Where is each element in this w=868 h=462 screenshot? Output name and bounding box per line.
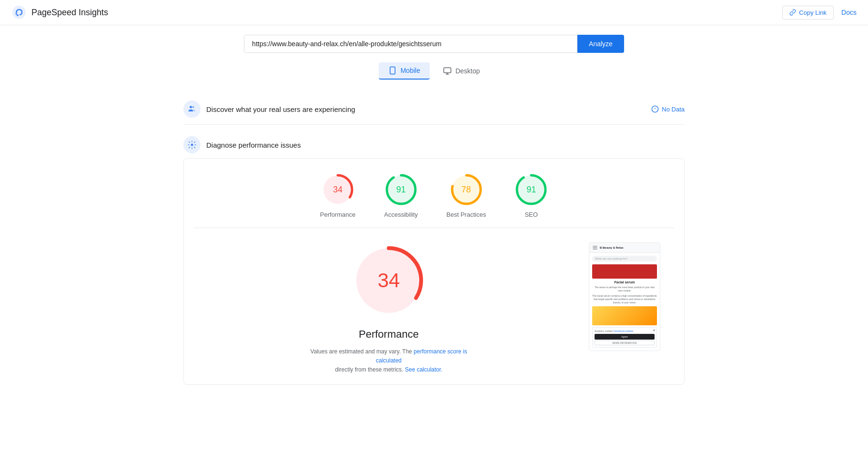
- main-content: Analyze Mobile Desktop: [172, 25, 696, 394]
- performance-detail: 34 Performance Values are estimated and …: [203, 242, 575, 375]
- scores-card: 34 Performance 91 Accessibility: [183, 158, 685, 385]
- seo-score: 91: [526, 185, 536, 195]
- seo-circle: 91: [515, 173, 548, 206]
- score-accessibility[interactable]: 91 Accessibility: [384, 173, 418, 218]
- accessibility-circle: 91: [384, 173, 418, 206]
- mockup-agree-button[interactable]: Agree: [595, 334, 655, 340]
- analyze-button[interactable]: Analyze: [577, 35, 624, 53]
- svg-rect-4: [444, 68, 451, 73]
- performance-score: 34: [333, 185, 343, 195]
- seo-label: SEO: [525, 211, 537, 218]
- discover-title: Discover what your real users are experi…: [206, 105, 355, 113]
- site-screenshot: B Beauty & Relax What are you looking fo…: [589, 242, 660, 351]
- url-input[interactable]: [244, 35, 577, 53]
- tab-mobile[interactable]: Mobile: [379, 62, 430, 80]
- app-title: PageSpeed Insights: [31, 8, 108, 18]
- mockup-search-text: What are you looking for?: [595, 257, 627, 260]
- mockup-product-title: Facial serum: [592, 281, 657, 284]
- svg-point-0: [12, 6, 26, 19]
- diagnose-icon: [183, 136, 201, 153]
- mockup-search-bar: What are you looking for?: [592, 256, 657, 261]
- svg-point-12: [191, 144, 193, 146]
- score-performance[interactable]: 34 Performance: [320, 173, 355, 218]
- tab-mobile-label: Mobile: [401, 67, 420, 74]
- mockup-close-icon: ✕: [653, 329, 656, 332]
- users-icon: [187, 104, 197, 114]
- header-right: Copy Link Docs: [782, 6, 857, 20]
- no-data-label: No Data: [662, 106, 685, 113]
- best-practices-score: 78: [462, 185, 471, 195]
- discover-icon: [183, 100, 201, 118]
- screenshot-panel: B Beauty & Relax What are you looking fo…: [589, 242, 665, 375]
- tab-desktop-label: Desktop: [455, 67, 480, 75]
- desktop-icon: [443, 67, 452, 75]
- score-best-practices[interactable]: 78 Best Practices: [446, 173, 486, 218]
- performance-desc-text: Values are estimated and may vary. The: [311, 348, 414, 355]
- scores-divider: [193, 228, 675, 228]
- mobile-icon: [388, 66, 397, 75]
- docs-link[interactable]: Docs: [841, 9, 857, 16]
- mockup-logo-text: B Beauty & Relax: [600, 246, 624, 249]
- psi-logo-icon: [11, 5, 27, 20]
- mockup-cookie-title: Analytics cookies Functional cookies: [595, 330, 655, 332]
- diagnose-title: Diagnose performance issues: [206, 141, 301, 149]
- big-performance-score: 34: [378, 269, 400, 292]
- performance-label: Performance: [320, 211, 355, 218]
- performance-desc-line2: directly from these metrics.: [335, 366, 405, 373]
- no-data-badge: No Data: [651, 105, 685, 113]
- mockup-product-desc2: This facial serum contains a high concen…: [592, 294, 657, 304]
- bottom-section: 34 Performance Values are estimated and …: [193, 242, 675, 375]
- mockup-banner: [592, 264, 657, 279]
- best-practices-circle: 78: [450, 173, 483, 206]
- gear-icon: [187, 140, 197, 150]
- link-icon: [789, 9, 796, 16]
- best-practices-label: Best Practices: [446, 211, 486, 218]
- big-performance-circle: 34: [351, 242, 427, 319]
- mockup-product-desc: The serum is perhaps the most basic prod…: [592, 286, 657, 292]
- performance-calc-link[interactable]: See calculator.: [405, 366, 443, 373]
- performance-desc: Values are estimated and may vary. The p…: [303, 347, 474, 375]
- accessibility-label: Accessibility: [384, 211, 418, 218]
- performance-circle: 34: [321, 173, 354, 206]
- mockup-cookie-overlay: ✕ Analytics cookies Functional cookies A…: [592, 327, 657, 348]
- device-tabs: Mobile Desktop: [183, 62, 685, 80]
- svg-point-8: [192, 106, 194, 108]
- diagnose-section: Diagnose performance issues: [183, 130, 685, 158]
- discover-left: Discover what your real users are experi…: [183, 100, 355, 118]
- header-left: PageSpeed Insights: [11, 5, 108, 20]
- copy-link-button[interactable]: Copy Link: [782, 6, 834, 20]
- svg-rect-2: [390, 67, 395, 74]
- scores-row: 34 Performance 91 Accessibility: [193, 173, 675, 218]
- svg-point-1: [17, 14, 19, 16]
- mockup-menu-icon: [592, 245, 598, 251]
- info-icon: [651, 105, 659, 113]
- mockup-header: B Beauty & Relax: [589, 243, 660, 253]
- header: PageSpeed Insights Copy Link Docs: [0, 0, 868, 25]
- discover-section: Discover what your real users are experi…: [183, 94, 685, 125]
- url-bar-row: Analyze: [183, 35, 685, 53]
- accessibility-score: 91: [396, 185, 406, 195]
- copy-link-label: Copy Link: [799, 9, 827, 16]
- tab-desktop[interactable]: Desktop: [434, 62, 489, 80]
- score-seo[interactable]: 91 SEO: [515, 173, 548, 218]
- mockup-content: What are you looking for? Facial serum T…: [589, 253, 660, 351]
- mockup-product-image: [592, 306, 657, 325]
- performance-detail-title: Performance: [359, 328, 419, 341]
- svg-point-7: [190, 106, 192, 108]
- mockup-more-info-button[interactable]: MORE INFORMATION: [595, 341, 655, 345]
